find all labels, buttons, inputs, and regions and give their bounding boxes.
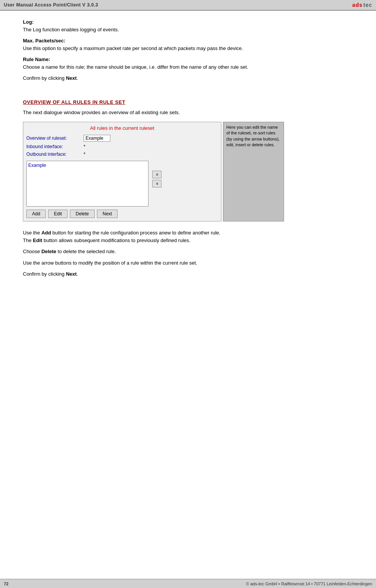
screenshot-container: All rules in the current ruleset Overvie… [23, 122, 353, 221]
arrow-buttons: ∧ ∨ [152, 171, 161, 187]
confirm-next-2: Confirm by clicking Next. [23, 270, 353, 278]
arrow-down-btn[interactable]: ∨ [152, 180, 161, 187]
add-button[interactable]: Add [26, 210, 46, 218]
confirm-next-text1: Confirm by clicking [23, 75, 66, 81]
edit-button[interactable]: Edit [48, 210, 68, 218]
edit-text: button allows subsequent modifications t… [42, 237, 190, 243]
arrow-up-btn[interactable]: ∧ [152, 171, 161, 178]
outbound-value: * [84, 152, 86, 157]
screenshot-title: All rules in the current ruleset [26, 125, 218, 131]
confirm-next-bold1: Next [66, 75, 77, 81]
confirm-next-bold2: Next [66, 271, 77, 277]
inbound-field-row: Inbound interface: * [26, 144, 218, 149]
rule-name-text: Choose a name for this rule; the name sh… [23, 64, 248, 70]
overview-label: Overview of ruleset: [26, 136, 84, 141]
delete-button[interactable]: Delete [70, 210, 95, 218]
tooltip-box: Here you can edit the name of the rulese… [223, 122, 284, 221]
add-edit-description: Use the Add button for starting the rule… [23, 229, 353, 244]
confirm-next-1: Confirm by clicking Next. [23, 74, 353, 82]
delete-text2: to delete the selected rule. [56, 249, 116, 254]
confirm-next-punct2: . [77, 271, 78, 277]
overview-value: Example [84, 135, 110, 142]
bottom-buttons: Add Edit Delete Next [26, 210, 218, 218]
add-bold: Add [41, 230, 51, 236]
list-item: Example [28, 163, 46, 168]
next-button[interactable]: Next [97, 210, 118, 218]
confirm-next-text2: Confirm by clicking [23, 271, 66, 277]
list-section: Example ∧ ∨ [26, 159, 161, 207]
confirm-next-punct1: . [77, 75, 78, 81]
edit-bold: Edit [33, 237, 42, 243]
outbound-field-row: Outbound interface: * [26, 152, 218, 157]
header-title: User Manual Access Point/Client V 3.0.3 [4, 2, 98, 8]
logo-tec: tec [363, 2, 372, 8]
log-section: Log: The Log function enables logging of… [23, 18, 353, 33]
inbound-value: * [84, 144, 86, 149]
logo-ads: ads [352, 2, 363, 8]
max-packets-section: Max. Packets/sec: Use this option to spe… [23, 37, 353, 52]
max-packets-heading: Max. Packets/sec: [23, 38, 65, 44]
inbound-label: Inbound interface: [26, 144, 84, 149]
main-content: Log: The Log function enables logging of… [0, 11, 376, 305]
rule-name-heading: Rule Name: [23, 57, 50, 62]
delete-description: Choose Delete to delete the selected rul… [23, 248, 353, 255]
rule-name-section: Rule Name: Choose a name for this rule; … [23, 56, 353, 71]
arrow-description: Use the arrow buttons to modify the posi… [23, 259, 353, 267]
delete-bold: Delete [41, 249, 56, 254]
overview-field-row: Overview of ruleset: Example [26, 135, 218, 142]
page-header: User Manual Access Point/Client V 3.0.3 … [0, 0, 376, 11]
delete-text1: Choose [23, 249, 41, 254]
log-heading: Log: [23, 19, 34, 25]
screenshot-main: All rules in the current ruleset Overvie… [23, 122, 221, 221]
header-logo: ads tec [352, 2, 372, 8]
max-packets-text: Use this option to specify a maximum pac… [23, 45, 243, 51]
overview-heading: Overview of all Rules in Rule set [23, 99, 353, 105]
footer-copyright: © ads-tec GmbH • Raiffeisenstr.14 • 7077… [246, 582, 372, 586]
overview-intro: The next dialogue window provides an ove… [23, 109, 353, 116]
page-footer: 72 © ads-tec GmbH • Raiffeisenstr.14 • 7… [0, 579, 376, 588]
outbound-label: Outbound interface: [26, 152, 84, 157]
log-text: The Log function enables logging of even… [23, 27, 119, 32]
add-text1: Use the [23, 230, 41, 236]
page-number: 72 [4, 582, 8, 586]
rules-list: Example [26, 161, 148, 207]
screenshot-middle: Example ∧ ∨ [26, 159, 218, 207]
